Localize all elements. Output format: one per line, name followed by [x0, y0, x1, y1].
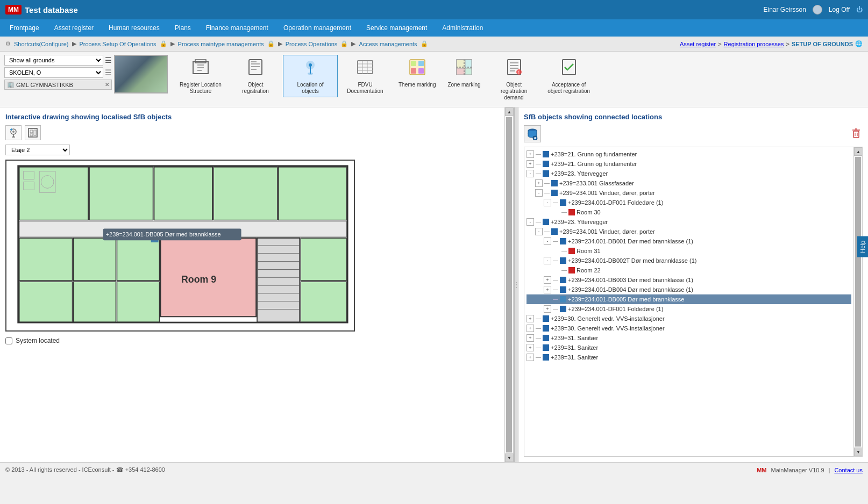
nav-finance-management[interactable]: Finance management [198, 19, 276, 37]
tree-item[interactable]: + +239=21. Grunn og fundamenter [527, 149, 851, 159]
tree-item-selected[interactable]: +239=234.001-DB005 Dør med brannklasse [527, 294, 851, 304]
scrollbar-thumb[interactable] [855, 157, 861, 447]
nav-asset-register[interactable]: Asset register [47, 19, 101, 37]
left-panel-title: Interactive drawing showing localised Sf… [5, 113, 508, 121]
tb-theme-marking[interactable]: Theme marking [393, 55, 442, 91]
left-scroll-up-btn[interactable]: ▲ [505, 107, 514, 116]
left-scroll-thumb[interactable] [506, 117, 512, 452]
help-tab[interactable]: Help [857, 236, 868, 257]
system-located-checkbox[interactable] [5, 337, 12, 344]
logout-button[interactable]: Log Off [829, 6, 850, 13]
expand-icon[interactable]: + [535, 179, 543, 187]
expand-icon[interactable]: + [527, 315, 534, 322]
tree-item[interactable]: - +239=23. Yttervegger [527, 169, 851, 178]
contact-link[interactable]: Contact us [834, 467, 863, 473]
tb-location-objects[interactable]: Location of objects [283, 55, 338, 97]
trash-button[interactable] [850, 126, 863, 142]
nav-operation-management[interactable]: Operation management [276, 19, 359, 37]
scrollbar-up-btn[interactable]: ▲ [854, 147, 863, 156]
bc-registration-processes[interactable]: Registration processes [724, 41, 784, 47]
expand-icon[interactable]: + [527, 150, 534, 158]
tree-item[interactable]: + +239=31. Sanitær [527, 352, 851, 362]
scrollbar-down-btn[interactable]: ▼ [854, 448, 863, 456]
expand-icon[interactable]: + [544, 305, 551, 313]
tb-object-registration[interactable]: Object registration [228, 55, 283, 97]
tb-object-reg-demand[interactable]: ! Object registration demand [487, 55, 542, 104]
tree-item[interactable]: + +239=30. Generelt vedr. VVS-installasj… [527, 314, 851, 323]
tree-item[interactable]: - +239=234.001-DB001 Dør med brannklasse… [527, 236, 851, 246]
grounds-menu-icon[interactable]: ☰ [105, 56, 112, 64]
breadcrumb-access[interactable]: Access managements [359, 41, 417, 47]
floor-plan-icon[interactable] [25, 125, 41, 140]
tree-item[interactable]: + +239=233.001 Glassfasader [527, 178, 851, 188]
expand-icon[interactable]: + [527, 344, 534, 351]
nav-plans[interactable]: Plans [167, 19, 198, 37]
floor-select[interactable]: Etaje 1 Etaje 2 Etaje 3 [5, 145, 70, 155]
tb-fdvu[interactable]: FDVU Documentation [338, 55, 393, 97]
expand-icon[interactable]: - [527, 218, 534, 226]
acceptance-icon [559, 57, 579, 81]
expand-icon[interactable]: + [527, 325, 534, 332]
nav-administration[interactable]: Administration [435, 19, 490, 37]
tb-zone-marking[interactable]: Zone marking [442, 55, 486, 91]
tree-item[interactable]: + +239=21. Grunn og fundamenter [527, 159, 851, 169]
tree-item[interactable]: + +239=30. Generelt vedr. VVS-installasj… [527, 323, 851, 333]
expand-icon[interactable]: + [527, 334, 534, 342]
tree-item[interactable]: + +239=31. Sanitær [527, 343, 851, 352]
breadcrumb-shortcuts[interactable]: Shortcuts(Configure) [14, 41, 69, 47]
tree-item[interactable]: - +239=234.001-DB002T Dør med brannklass… [527, 256, 851, 265]
tree-line [536, 348, 541, 348]
tree-line [536, 222, 541, 222]
location-select[interactable]: SKOLEN, O [4, 67, 103, 78]
db-location-button[interactable] [524, 125, 541, 142]
tree-item[interactable]: - +239=234.001 Vinduer, dører, porter [527, 188, 851, 198]
left-scroll-down-btn[interactable]: ▼ [505, 453, 514, 462]
expand-icon[interactable]: - [544, 199, 551, 206]
tree-item[interactable]: - +239=23. Yttervegger [527, 217, 851, 227]
tree-item[interactable]: - +239=234.001-DF001 Foldedøre (1) [527, 198, 851, 207]
nav-human-resources[interactable]: Human resources [101, 19, 167, 37]
tb-acceptance[interactable]: Acceptance of object registration [542, 55, 596, 97]
bc-asset-register[interactable]: Asset register [680, 41, 716, 47]
tree-item[interactable]: Room 31 [527, 246, 851, 256]
tree-item[interactable]: Room 30 [527, 207, 851, 217]
breadcrumb-process-setup[interactable]: Process Setup Of Operations [80, 41, 156, 47]
tree-line [553, 280, 558, 280]
resize-handle[interactable] [514, 107, 518, 462]
floor-plan[interactable]: Room 9 [5, 160, 355, 332]
location-menu-icon[interactable]: ☰ [105, 68, 112, 77]
tree-item[interactable]: - +239=234.001 Vinduer, dører, porter [527, 227, 851, 236]
tree-item[interactable]: + +239=234.001-DB003 Dør med brannklasse… [527, 275, 851, 285]
grounds-select[interactable]: Show all grounds [4, 55, 103, 66]
left-panel: Interactive drawing showing localised Sf… [0, 107, 514, 462]
tree-item[interactable]: + +239=31. Sanitær [527, 333, 851, 343]
expand-icon[interactable]: - [535, 189, 543, 197]
color-box [543, 354, 549, 361]
tree-item[interactable]: + +239=234.001-DF001 Foldedøre (1) [527, 304, 851, 314]
tree-text: Room 22 [577, 267, 851, 273]
expand-icon[interactable]: - [535, 228, 543, 235]
nav-frontpage[interactable]: Frontpage [2, 19, 47, 37]
tree-text: +239=30. Generelt vedr. VVS-installasjon… [551, 325, 851, 332]
expand-icon[interactable]: - [544, 237, 551, 245]
location-select-row: SKOLEN, O ☰ [4, 67, 112, 78]
nav-service-management[interactable]: Service management [359, 19, 435, 37]
pin-icon[interactable] [5, 125, 22, 140]
expand-icon[interactable]: + [544, 286, 551, 293]
expand-icon[interactable]: - [527, 170, 534, 177]
fdvu-icon [355, 57, 375, 81]
svg-rect-47 [34, 130, 36, 135]
globe-icon[interactable]: 🌐 [855, 40, 863, 47]
breadcrumb-operations[interactable]: Process Operations [286, 41, 338, 47]
expand-icon[interactable]: + [527, 354, 534, 361]
tb-register-location[interactable]: Register Location Structure [173, 55, 228, 97]
building-close-icon[interactable]: ✕ [105, 82, 109, 88]
expand-icon[interactable]: + [527, 160, 534, 168]
tree-line [536, 154, 541, 155]
expand-icon[interactable]: + [544, 276, 551, 284]
tree-text: +239=233.001 Glassfasader [559, 180, 851, 186]
breadcrumb-maintype[interactable]: Process maintype managements [178, 41, 264, 47]
tree-item[interactable]: + +239=234.001-DB004 Dør med brannklasse… [527, 285, 851, 294]
expand-icon[interactable]: - [544, 257, 551, 264]
tree-item[interactable]: Room 22 [527, 265, 851, 275]
